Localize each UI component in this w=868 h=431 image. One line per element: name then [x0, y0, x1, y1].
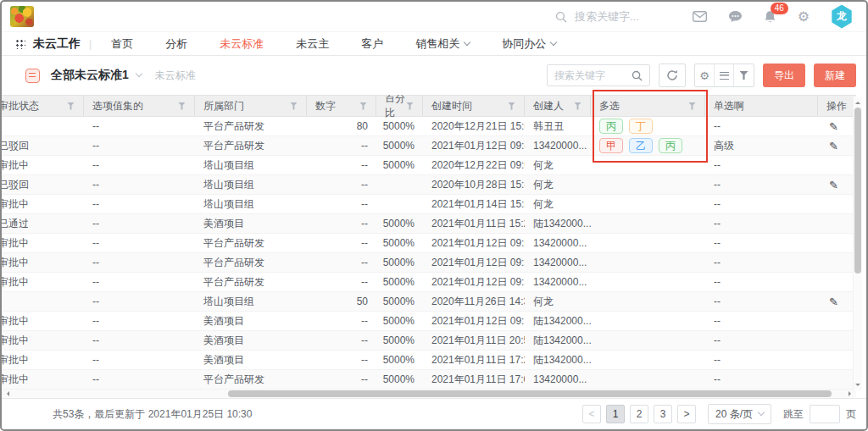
view-chevron-down-icon[interactable]	[136, 70, 142, 77]
filter-icon[interactable]	[508, 102, 515, 110]
cell-optionset: --	[84, 331, 195, 350]
next-page-button[interactable]: >	[677, 405, 696, 423]
list-view-icon[interactable]	[715, 64, 734, 86]
cell-creator: 13420000...	[525, 370, 591, 389]
column-header-created[interactable]: 创建时间	[423, 96, 525, 116]
scroll-right-arrow-icon[interactable]	[849, 391, 854, 396]
filter-icon[interactable]	[688, 102, 696, 110]
filter-icon[interactable]	[178, 102, 186, 110]
column-header-single[interactable]: 单选啊	[705, 96, 818, 116]
nav-item[interactable]: 分析	[149, 32, 203, 55]
column-label: 操作	[826, 99, 847, 113]
filter-icon[interactable]	[734, 64, 754, 86]
cell-creator: 13420000...	[525, 136, 591, 155]
cell-multi	[591, 214, 705, 233]
filter-icon[interactable]	[67, 102, 75, 110]
cell-single: --	[705, 370, 818, 389]
edit-icon[interactable]: ✎	[829, 140, 838, 152]
record-summary: 共53条，最后更新于 2021年01月25日 10:30	[53, 407, 252, 422]
refresh-button[interactable]	[659, 64, 686, 87]
chevron-down-icon	[550, 38, 557, 45]
nav-item[interactable]: 客户	[345, 32, 399, 55]
vertical-scrollbar[interactable]	[853, 97, 862, 391]
chat-icon[interactable]	[728, 10, 743, 23]
company-logo[interactable]	[10, 6, 34, 27]
page-button-3[interactable]: 3	[654, 405, 672, 423]
filter-icon[interactable]	[290, 102, 298, 110]
cell-single: --	[705, 312, 818, 330]
column-header-status[interactable]: 审批状态	[2, 96, 84, 116]
cell-created: 2021年01月12日 09:25	[423, 312, 525, 330]
horizontal-scrollbar[interactable]	[2, 390, 856, 398]
column-header-number[interactable]: 数字	[307, 96, 376, 116]
cell-single: --	[705, 156, 818, 174]
cell-multi	[591, 351, 705, 369]
cell-multi	[591, 253, 705, 272]
cell-creator: 陆1342000...	[525, 312, 591, 330]
scroll-down-arrow-icon[interactable]	[855, 384, 860, 389]
nav-item[interactable]: 未云标准	[203, 32, 280, 55]
cell-dept: 美酒项目	[195, 214, 307, 233]
column-label: 多选	[599, 99, 620, 113]
table-header-row: 审批状态选项值集的所属部门数字百分比创建时间创建人多选单选啊操作	[2, 95, 856, 117]
tag-甲: 甲	[599, 138, 623, 153]
tag-丙: 丙	[659, 138, 682, 153]
nav-item[interactable]: 协同办公	[486, 32, 572, 55]
scroll-left-arrow-icon[interactable]	[4, 391, 9, 396]
cell-creator: 何龙	[525, 156, 591, 174]
horizontal-scrollbar-thumb[interactable]	[228, 390, 832, 397]
column-header-creator[interactable]: 创建人	[525, 96, 591, 116]
cell-created: 2021年01月12日 09:50	[423, 253, 525, 272]
cell-created: 2021年01月12日 09:52	[423, 234, 525, 252]
vertical-scrollbar-thumb[interactable]	[854, 108, 861, 274]
cell-dept: 美酒项目	[195, 312, 307, 330]
column-header-multi[interactable]: 多选	[591, 96, 705, 116]
edit-icon[interactable]: ✎	[829, 120, 838, 133]
app-grid-icon[interactable]	[15, 39, 25, 49]
user-avatar[interactable]: 龙	[831, 5, 853, 29]
settings-gear-icon[interactable]: ⚙	[798, 10, 810, 24]
create-button[interactable]: 新建	[814, 64, 856, 87]
search-icon[interactable]	[632, 70, 643, 81]
global-search[interactable]: 搜索关键字...	[555, 2, 639, 31]
nav-item[interactable]: 销售相关	[399, 32, 486, 55]
view-title[interactable]: 全部未云标准1	[51, 68, 129, 83]
column-header-op[interactable]: 操作	[818, 96, 856, 116]
list-search-input[interactable]: 搜索关键字	[547, 64, 650, 86]
app-name[interactable]: 未云工作	[33, 36, 81, 52]
column-header-dept[interactable]: 所属部门	[195, 96, 307, 116]
column-settings-icon[interactable]: ⚙	[695, 64, 715, 86]
notification-bell-icon[interactable]: 46	[764, 10, 776, 24]
cell-single: --	[705, 273, 818, 291]
export-button[interactable]: 导出	[763, 64, 805, 87]
cell-creator: 13420000...	[525, 234, 591, 252]
cell-multi	[591, 156, 705, 174]
page-button-2[interactable]: 2	[630, 405, 648, 423]
filter-icon[interactable]	[359, 102, 367, 110]
table-row: 审批中--平台产品研发--5000%2021年01月12日 09:5013420…	[2, 253, 856, 273]
nav-item[interactable]: 未云主	[280, 32, 345, 55]
jump-page-input[interactable]	[810, 405, 840, 423]
column-header-percent[interactable]: 百分比	[376, 96, 423, 116]
page-size-select[interactable]: 20 条/页	[708, 404, 771, 424]
cell-created: 2021年01月14日 15:51	[423, 195, 525, 213]
cell-percent: 5000%	[376, 253, 423, 272]
mail-icon[interactable]	[693, 11, 707, 22]
nav-item[interactable]: 首页	[95, 32, 149, 55]
view-list-icon	[25, 69, 40, 83]
cell-multi: 丙丁	[591, 117, 705, 135]
column-header-optionset[interactable]: 选项值集的	[84, 96, 195, 116]
cell-creator: 陆1342000...	[525, 331, 591, 350]
filter-icon[interactable]	[406, 102, 414, 110]
edit-icon[interactable]: ✎	[829, 296, 838, 308]
cell-single: --	[705, 117, 818, 135]
prev-page-button[interactable]: <	[582, 405, 601, 423]
edit-icon[interactable]: ✎	[829, 179, 838, 191]
cell-optionset: --	[84, 214, 195, 233]
data-table: 审批状态选项值集的所属部门数字百分比创建时间创建人多选单选啊操作 ---平台产品…	[2, 95, 856, 390]
filter-icon[interactable]	[574, 102, 581, 110]
cell-dept: 美酒项目	[195, 351, 307, 369]
page-button-1[interactable]: 1	[606, 405, 625, 423]
cell-multi	[591, 195, 705, 213]
scroll-up-arrow-icon[interactable]	[855, 99, 860, 104]
